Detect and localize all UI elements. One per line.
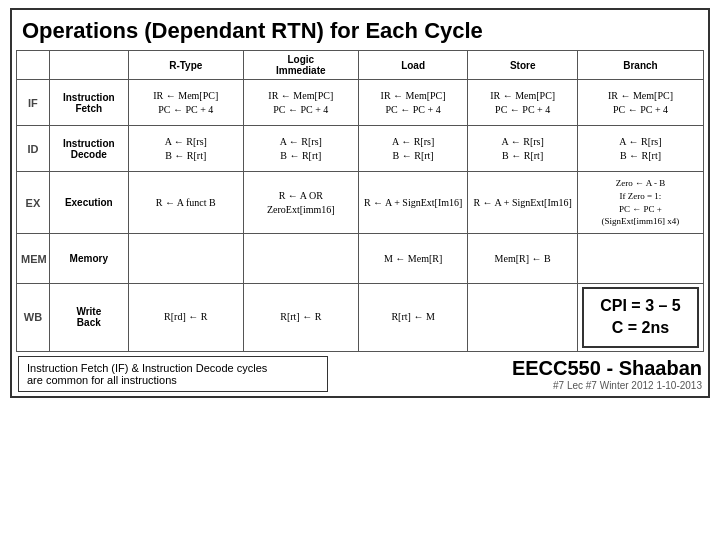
header-logic-line1: Logic [287,54,314,65]
cell-if-store: IR ← Mem[PC]PC ← PC + 4 [468,80,578,126]
cell-mem-load: M ← Mem[R] [358,234,468,284]
header-logic-line2: Immediate [276,65,325,76]
header-load: Load [358,51,468,80]
label-if: IF [17,80,50,126]
cell-id-load: A ← R[rs]B ← R[rt] [358,126,468,172]
cell-mem-rtype [128,234,243,284]
label-wb: WB [17,284,50,352]
cell-wb-rtype: R[rd] ← R [128,284,243,352]
header-branch: Branch [577,51,703,80]
stage-ex: Execution [49,172,128,234]
cell-ex-rtype: R ← A funct B [128,172,243,234]
cell-ex-logic: R ← A OR ZeroExt[imm16] [243,172,358,234]
cell-wb-store [468,284,578,352]
header-rtype: R-Type [128,51,243,80]
cpi-display: CPI = 3 – 5 C = 2ns [582,287,699,348]
main-container: Operations (Dependant RTN) for Each Cycl… [10,8,710,398]
label-ex: EX [17,172,50,234]
cell-wb-logic: R[rt] ← R [243,284,358,352]
operations-table: R-Type Logic Immediate Load Store Branch… [16,50,704,352]
footer-course-info: EECC550 - Shaaban #7 Lec #7 Winter 2012 … [512,357,702,391]
footer-note: Instruction Fetch (IF) & Instruction Dec… [18,356,328,392]
cell-mem-branch [577,234,703,284]
cell-wb-load: R[rt] ← M [358,284,468,352]
cell-mem-logic [243,234,358,284]
cell-id-branch: A ← R[rs]B ← R[rt] [577,126,703,172]
course-title: EECC550 - Shaaban [512,357,702,380]
lecture-info: #7 Lec #7 Winter 2012 1-10-2013 [512,380,702,391]
cell-id-logic: A ← R[rs]B ← R[rt] [243,126,358,172]
table-row-wb: WB WriteBack R[rd] ← R R[rt] ← R R[rt] ←… [17,284,704,352]
stage-if: InstructionFetch [49,80,128,126]
table-row-ex: EX Execution R ← A funct B R ← A OR Zero… [17,172,704,234]
cell-if-branch: IR ← Mem[PC]PC ← PC + 4 [577,80,703,126]
label-id: ID [17,126,50,172]
header-stage-col [49,51,128,80]
cell-if-logic: IR ← Mem[PC]PC ← PC + 4 [243,80,358,126]
cell-mem-store: Mem[R] ← B [468,234,578,284]
cell-ex-store: R ← A + SignExt[Im16] [468,172,578,234]
table-row-id: ID InstructionDecode A ← R[rs]B ← R[rt] … [17,126,704,172]
footer: Instruction Fetch (IF) & Instruction Dec… [16,356,704,392]
header-store: Store [468,51,578,80]
footer-note-text: Instruction Fetch (IF) & Instruction Dec… [27,362,267,386]
cell-id-store: A ← R[rs]B ← R[rt] [468,126,578,172]
cell-if-rtype: IR ← Mem[PC]PC ← PC + 4 [128,80,243,126]
cell-ex-load: R ← A + SignExt[Im16] [358,172,468,234]
table-header: R-Type Logic Immediate Load Store Branch [17,51,704,80]
label-mem: MEM [17,234,50,284]
cell-wb-branch: CPI = 3 – 5 C = 2ns [577,284,703,352]
header-logic: Logic Immediate [243,51,358,80]
page-title: Operations (Dependant RTN) for Each Cycl… [16,14,704,50]
cell-ex-branch: Zero ← A - BIf Zero = 1:PC ← PC +(SignEx… [577,172,703,234]
stage-id: InstructionDecode [49,126,128,172]
stage-mem: Memory [49,234,128,284]
table-row-mem: MEM Memory M ← Mem[R] Mem[R] ← B [17,234,704,284]
stage-wb: WriteBack [49,284,128,352]
header-label-col [17,51,50,80]
cell-id-rtype: A ← R[rs]B ← R[rt] [128,126,243,172]
table-row-if: IF InstructionFetch IR ← Mem[PC]PC ← PC … [17,80,704,126]
cell-if-load: IR ← Mem[PC]PC ← PC + 4 [358,80,468,126]
